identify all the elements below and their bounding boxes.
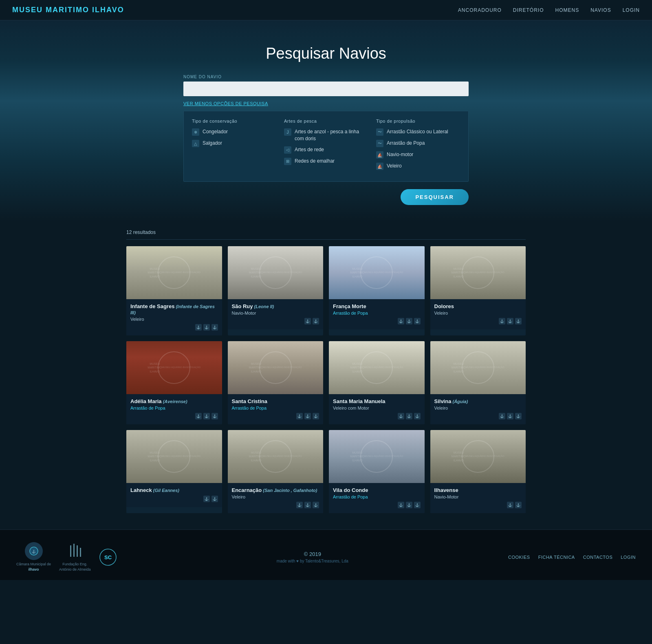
card-icon: ⚓	[203, 496, 210, 502]
card-icon: ⚓	[398, 502, 404, 508]
card-4[interactable]: MUSEUMARITIMOILHAVOmuseu·aquário·investi…	[126, 341, 222, 424]
card-icon: ⚓	[398, 318, 404, 324]
search-button-wrap: PESQUISAR	[183, 189, 469, 205]
card-icon: ⚓	[499, 413, 505, 419]
card-info: Vila do Conde Arrastão de Popa ⚓⚓⚓	[329, 483, 425, 513]
card-name: Infante de Sagres (Infante de Sagres III…	[130, 303, 218, 315]
nav-ancoradouro[interactable]: ANCORADOURO	[458, 7, 502, 13]
card-image: MUSEUMARITIMOILHAVOmuseu·aquário·investi…	[329, 341, 425, 394]
card-icon: ⚓	[296, 413, 303, 419]
card-info: Lahneck (Gil Eannes) ⚓⚓	[126, 483, 222, 507]
filter-congelador[interactable]: ❄ Congelador	[192, 128, 276, 136]
card-9[interactable]: MUSEUMARITIMOILHAVOmuseu·aquário·investi…	[228, 430, 324, 513]
card-info: São Ruy (Leone II) Navio-Motor ⚓⚓	[228, 299, 324, 329]
filter-emalhar[interactable]: ⊞ Redes de emalhar	[284, 158, 368, 165]
card-5[interactable]: MUSEUMARITIMOILHAVOmuseu·aquário·investi…	[228, 341, 324, 424]
filter-anzol[interactable]: J Artes de anzol - pesca a linha com dor…	[284, 128, 368, 142]
card-name: Santa Cristina	[232, 398, 319, 404]
footer-link-cookies[interactable]: COOKIES	[508, 555, 530, 560]
card-3[interactable]: MUSEUMARITIMOILHAVOmuseu·aquário·investi…	[430, 246, 526, 335]
card-icons: ⚓⚓	[232, 318, 319, 324]
card-icon: ⚓	[313, 318, 319, 324]
toggle-search-options[interactable]: VER MENOS OPÇÕES DE PESQUISA	[183, 101, 268, 106]
search-input[interactable]	[183, 82, 469, 96]
card-watermark: MUSEUMARITIMOILHAVOmuseu·aquário·investi…	[158, 351, 190, 384]
card-info: Adélia Maria (Aveirense) Arrastão de Pop…	[126, 394, 222, 424]
card-alias: (Leone II)	[253, 304, 274, 309]
card-icon: ⚓	[211, 413, 218, 419]
footer-logos: ⚓ Câmara Municipal deilhavo Fundação Eng…	[16, 542, 117, 572]
filter-congelador-label: Congelador	[203, 128, 228, 135]
filter-arrastao-clasico[interactable]: 〜 Arrastão Clássico ou Lateral	[376, 128, 460, 136]
filter-salgador[interactable]: △ Salgador	[192, 140, 276, 147]
filter-col3-title: Tipo de propulsão	[376, 119, 460, 124]
card-icon: ⚓	[406, 502, 412, 508]
card-icon: ⚓	[195, 413, 202, 419]
search-button[interactable]: PESQUISAR	[401, 189, 469, 205]
nav-diretorio[interactable]: DIRETÓRIO	[513, 7, 544, 13]
footer-made-with: made with ♥ by Talento&Treasures, Lda	[277, 559, 348, 563]
svg-rect-6	[80, 548, 81, 557]
card-icon: ⚓	[304, 502, 311, 508]
footer-link-contactos[interactable]: CONTACTOS	[583, 555, 613, 560]
card-image: MUSEUMARITIMOILHAVOmuseu·aquário·investi…	[430, 246, 526, 299]
card-1[interactable]: MUSEUMARITIMOILHAVOmuseu·aquário·investi…	[228, 246, 324, 335]
card-2[interactable]: MUSEUMARITIMOILHAVOmuseu·aquário·investi…	[329, 246, 425, 335]
card-icon: ⚓	[507, 318, 513, 324]
filter-navio-motor[interactable]: ⛵ Navio-motor	[376, 151, 460, 159]
footer-inner: ⚓ Câmara Municipal deilhavo Fundação Eng…	[16, 542, 636, 572]
card-icon: ⚓	[296, 502, 303, 508]
card-icons: ⚓⚓⚓	[333, 502, 421, 508]
card-alias: (San Jacinto , Gafanhoto)	[262, 488, 317, 493]
filter-arrastao-popa[interactable]: 〜 Arrastão de Popa	[376, 140, 460, 147]
main-nav: ANCORADOURO DIRETÓRIO HOMENS NAVIOS LOGI…	[458, 7, 640, 13]
card-6[interactable]: MUSEUMARITIMOILHAVOmuseu·aquário·investi…	[329, 341, 425, 424]
card-10[interactable]: MUSEUMARITIMOILHAVOmuseu·aquário·investi…	[329, 430, 425, 513]
card-0[interactable]: MUSEUMARITIMOILHAVOmuseu·aquário·investi…	[126, 246, 222, 335]
filter-rede[interactable]: ◁ Artes de rede	[284, 146, 368, 154]
card-watermark: MUSEUMARITIMOILHAVOmuseu·aquário·investi…	[360, 256, 393, 289]
footer-center: © 2019 made with ♥ by Talento&Treasures,…	[277, 551, 348, 563]
card-name: Vila do Conde	[333, 487, 421, 493]
rede-icon: ◁	[284, 146, 291, 154]
card-icons: ⚓⚓⚓	[130, 324, 218, 331]
card-7[interactable]: MUSEUMARITIMOILHAVOmuseu·aquário·investi…	[430, 341, 526, 424]
anzol-icon: J	[284, 128, 291, 136]
nav-homens[interactable]: HOMENS	[555, 7, 579, 13]
results-grid: MUSEUMARITIMOILHAVOmuseu·aquário·investi…	[126, 246, 526, 513]
site-logo: MUSEU MARITIMO ILHAVO	[12, 6, 124, 14]
card-alias: (Gil Eannes)	[152, 488, 179, 493]
card-alias: (Águia)	[451, 399, 468, 404]
card-icon: ⚓	[406, 318, 412, 324]
card-type: Arrastão de Popa	[333, 494, 421, 499]
card-image: MUSEUMARITIMOILHAVOmuseu·aquário·investi…	[329, 430, 425, 483]
footer-link-ficha[interactable]: FICHA TÉCNICA	[538, 555, 575, 560]
card-icon: ⚓	[414, 502, 421, 508]
card-icon: ⚓	[195, 324, 202, 331]
nav-navios[interactable]: NAVIOS	[590, 7, 611, 13]
footer-link-login[interactable]: LOGIN	[621, 555, 636, 560]
filter-salgador-label: Salgador	[203, 140, 222, 147]
emalhar-icon: ⊞	[284, 158, 291, 165]
card-icon: ⚓	[398, 413, 404, 419]
card-icon: ⚓	[414, 318, 421, 324]
card-name: França Morte	[333, 303, 421, 309]
footer-links: COOKIES FICHA TÉCNICA CONTACTOS LOGIN	[508, 555, 636, 560]
nav-login[interactable]: LOGIN	[623, 7, 640, 13]
filter-columns: Tipo de conservação ❄ Congelador △ Salga…	[192, 119, 460, 174]
card-icons: ⚓⚓⚓	[333, 318, 421, 324]
card-icon: ⚓	[211, 496, 218, 502]
card-alias: (Aveirense)	[162, 399, 187, 404]
navio-motor-icon: ⛵	[376, 151, 383, 159]
card-icon: ⚓	[515, 318, 522, 324]
filter-veleiro[interactable]: ⛵ Veleiro	[376, 163, 460, 170]
card-info: Ilhavense Navio-Motor ⚓⚓	[430, 483, 526, 513]
card-icon: ⚓	[203, 324, 210, 331]
card-11[interactable]: MUSEUMARITIMOILHAVOmuseu·aquário·investi…	[430, 430, 526, 513]
card-type: Arrastão de Popa	[333, 311, 421, 315]
card-8[interactable]: MUSEUMARITIMOILHAVOmuseu·aquário·investi…	[126, 430, 222, 513]
card-watermark: MUSEUMARITIMOILHAVOmuseu·aquário·investi…	[360, 351, 393, 384]
card-type: Arrastão de Popa	[232, 406, 319, 410]
card-image: MUSEUMARITIMOILHAVOmuseu·aquário·investi…	[228, 430, 324, 483]
card-type: Navio-Motor	[434, 494, 522, 499]
